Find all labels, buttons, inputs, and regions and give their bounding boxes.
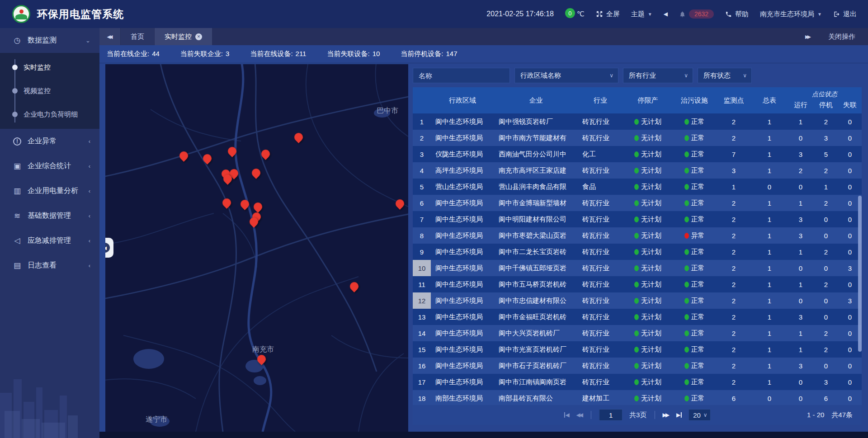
cell-region: 阆中生态环境局	[431, 264, 494, 273]
current-page-input[interactable]	[599, 409, 623, 421]
table-row[interactable]: 2阆中生态环境局阆中市南方节能建材有砖瓦行业无计划正常21030	[413, 130, 862, 146]
industry-select[interactable]: 所有行业 ∨	[623, 68, 693, 83]
sidebar-item-enterprise-statistics[interactable]: ▣企业综合统计‹	[0, 154, 99, 179]
table-row[interactable]: 7阆中生态环境局阆中明阳建材有限公司砖瓦行业无计划正常21300	[413, 211, 862, 227]
notification-bell[interactable]: 2632	[679, 9, 714, 19]
sidebar-item-data-monitoring[interactable]: ◷数据监测⌄	[0, 28, 99, 53]
sidebar: ◷数据监测⌄实时监控视频监控企业电力负荷明细!企业异常‹▣企业综合统计‹▥企业用…	[0, 28, 99, 438]
map-city-label: 巴中市	[377, 106, 398, 116]
name-filter-input[interactable]	[413, 68, 510, 83]
table-row[interactable]: 12阆中生态环境局阆中市忠信建材有限公砖瓦行业无计划正常21003	[413, 292, 862, 309]
page-size-select[interactable]: 20 ∨	[689, 409, 710, 421]
theme-dropdown[interactable]: 主题 ▼	[631, 10, 652, 19]
cell-treatment-status-label: 异常	[691, 231, 705, 240]
sidebar-subitem-realtime-monitoring[interactable]: 实时监控	[0, 56, 99, 79]
cell-monitor-points: 2	[716, 362, 751, 370]
cell-treatment-status-label: 正常	[691, 248, 705, 256]
help-button[interactable]: 帮助	[725, 10, 749, 19]
table-row[interactable]: 3仪陇生态环境局西南油气田分公司川中化工无计划正常71350	[413, 146, 862, 162]
table-row[interactable]: 15阆中生态环境局阆中市光富页岩机砖厂砖瓦行业无计划正常21120	[413, 341, 862, 358]
table-scrollbar[interactable]	[858, 196, 862, 352]
cell-limit-status-label: 无计划	[641, 215, 661, 224]
cell-treatment-status: 正常	[673, 362, 716, 370]
tab-realtime-monitoring[interactable]: 实时监控✕	[155, 28, 212, 45]
next-page-button[interactable]: ▶▶	[662, 412, 669, 418]
table-row[interactable]: 18南部生态环境局南部县砖瓦有限公建材加工无计划正常60060	[413, 390, 862, 405]
tabs-scroll-right-button[interactable]: ▶▶	[805, 34, 811, 40]
table-row[interactable]: 6阆中生态环境局阆中市金博瑞新型墙材砖瓦行业无计划正常21120	[413, 195, 862, 211]
table-row[interactable]: 4高坪生态环境局南充市高坪区王家店建砖瓦行业无计划正常31220	[413, 162, 862, 179]
cell-monitor-points: 3	[716, 167, 751, 174]
cell-stopped: 0	[814, 362, 838, 370]
status-select[interactable]: 所有状态 ∨	[698, 68, 752, 83]
sidebar-item-power-usage-analysis[interactable]: ▥企业用电量分析‹	[0, 179, 99, 203]
region-select[interactable]: 行政区域名称 ∨	[514, 68, 618, 83]
cell-treatment-status-label: 正常	[691, 297, 705, 305]
status-dot-green	[634, 233, 639, 239]
sidebar-item-basic-data-management[interactable]: ≋基础数据管理‹	[0, 203, 99, 228]
table-row[interactable]: 13阆中生态环境局阆中市金福旺页岩机砖砖瓦行业无计划正常21300	[413, 309, 862, 325]
sound-toggle-icon[interactable]: ◀	[664, 11, 668, 17]
tab-bar-right: ▶▶ 关闭操作	[805, 28, 868, 45]
cell-company: 阆中市金博瑞新型墙材	[494, 199, 578, 207]
table-row[interactable]: 14阆中生态环境局阆中大兴页岩机砖厂砖瓦行业无计划正常21120	[413, 325, 862, 341]
table-row[interactable]: 10阆中生态环境局阆中千佛镇五郎垭页岩砖瓦行业无计划正常21003	[413, 260, 862, 276]
status-select-value: 所有状态	[703, 71, 738, 80]
organization-dropdown[interactable]: 南充市生态环境局 ▼	[760, 10, 822, 19]
cell-industry: 砖瓦行业	[578, 231, 623, 240]
sidebar-item-emergency-reduction[interactable]: ◁应急减排管理‹	[0, 228, 99, 253]
table-row[interactable]: 9阆中生态环境局阆中市二龙长宝页岩砖砖瓦行业无计划正常21120	[413, 244, 862, 260]
fullscreen-button[interactable]: 全屏	[596, 10, 620, 19]
stat-item: 当前在线企业:44	[107, 50, 160, 58]
column-header-meters: 总表	[751, 87, 788, 113]
cell-treatment-status: 异常	[673, 231, 716, 240]
table-row[interactable]: 1阆中生态环境局阆中强锐页岩砖厂砖瓦行业无计划正常21120	[413, 113, 862, 130]
logout-button[interactable]: 退出	[833, 10, 857, 19]
cell-stopped: 0	[814, 313, 838, 321]
cell-total-meters: 1	[751, 232, 788, 240]
table-row[interactable]: 17阆中生态环境局阆中市江南镇阆南页岩砖瓦行业无计划正常21030	[413, 374, 862, 390]
cell-limit-status: 无计划	[623, 183, 673, 191]
chevron-down-icon: ∨	[609, 72, 613, 79]
cell-row-number: 1	[413, 113, 431, 130]
chevron-left-icon: ‹	[89, 163, 90, 170]
status-dot-green	[684, 314, 689, 320]
cell-limit-status: 无计划	[623, 345, 673, 354]
cell-treatment-status: 正常	[673, 313, 716, 321]
cell-treatment-status: 正常	[673, 248, 716, 256]
sidebar-subitem-video-monitoring[interactable]: 视频监控	[0, 79, 99, 103]
table-row[interactable]: 11阆中生态环境局阆中市五马桥页岩机砖砖瓦行业无计划正常21120	[413, 276, 862, 292]
tab-home[interactable]: 首页	[121, 28, 154, 45]
first-page-button[interactable]: ◀	[564, 412, 569, 418]
cell-monitor-points: 2	[716, 378, 751, 386]
cell-offline: 0	[838, 362, 862, 370]
cell-company: 阆中千佛镇五郎垭页岩	[494, 264, 578, 273]
cell-region: 阆中生态环境局	[431, 231, 494, 240]
cell-stopped: 0	[814, 264, 838, 272]
sidebar-item-enterprise-abnormal[interactable]: !企业异常‹	[0, 129, 99, 154]
header-right: 2021-02-25 17:46:18 0 ℃ 全屏 主题 ▼ ◀	[486, 9, 857, 19]
stat-item: 当前在线设备:211	[250, 50, 306, 58]
map-collapse-handle[interactable]: ◀	[105, 238, 113, 258]
sidebar-item-label: 企业综合统计	[28, 161, 71, 171]
table-row[interactable]: 8阆中生态环境局阆中市枣碧大梁山页岩砖瓦行业无计划异常21300	[413, 227, 862, 244]
column-header-treatment: 治污设施	[673, 87, 716, 113]
tab-close-icon[interactable]: ✕	[195, 33, 202, 40]
map-panel[interactable]: 巴中市南充市遂宁市 ◀	[105, 64, 408, 432]
last-page-button[interactable]: ▶	[676, 412, 682, 418]
sidebar-item-log-view[interactable]: ▤日志查看‹	[0, 253, 99, 278]
app-title: 环保用电监管系统	[37, 7, 124, 21]
cell-stopped: 3	[814, 378, 838, 386]
cell-company: 阆中市二龙长宝页岩砖	[494, 248, 578, 256]
cell-total-meters: 1	[751, 297, 788, 305]
table-row[interactable]: 16阆中生态环境局阆中市石子页岩机砖厂砖瓦行业无计划正常21300	[413, 358, 862, 374]
cell-region: 阆中生态环境局	[431, 362, 494, 370]
cell-region: 阆中生态环境局	[431, 313, 494, 321]
close-operations-button[interactable]: 关闭操作	[828, 33, 855, 41]
cell-limit-status: 无计划	[623, 199, 673, 207]
sidebar-subitem-enterprise-power-load-detail[interactable]: 企业电力负荷明细	[0, 103, 99, 126]
cell-limit-status-label: 无计划	[641, 378, 661, 386]
tabs-scroll-left-button[interactable]: ◀◀	[99, 28, 120, 45]
table-row[interactable]: 5营山生态环境局营山县润丰肉食品有限食品无计划正常10010	[413, 179, 862, 195]
prev-page-button[interactable]: ◀◀	[576, 412, 583, 418]
